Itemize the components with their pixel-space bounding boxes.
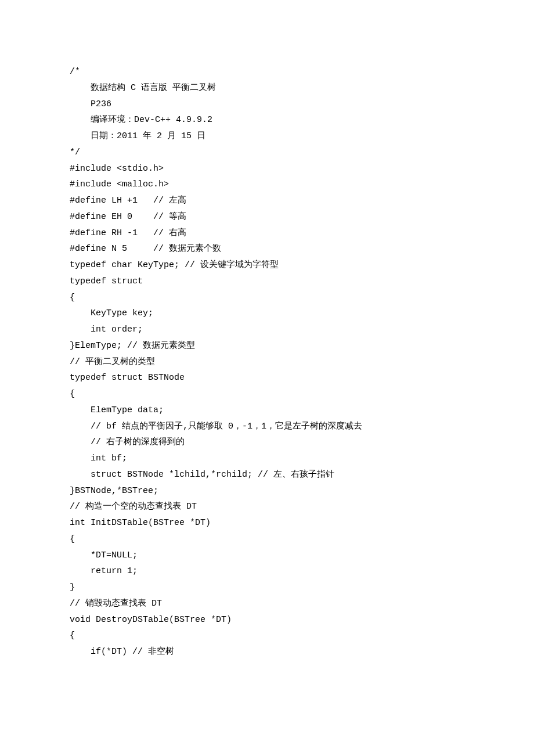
code-line: #define N 5 // 数据元素个数 <box>70 241 464 257</box>
code-line: typedef struct <box>70 273 464 290</box>
code-line: #include <stdio.h> <box>70 161 464 177</box>
code-line: return 1; <box>70 563 464 579</box>
code-line: */ <box>70 145 464 161</box>
code-line: }BSTNode,*BSTree; <box>70 483 464 499</box>
code-line: #define EH 0 // 等高 <box>70 209 464 225</box>
code-line: /* <box>70 64 464 80</box>
code-line: typedef struct BSTNode <box>70 370 464 386</box>
code-line: } <box>70 579 464 596</box>
code-line: 数据结构 C 语言版 平衡二叉树 <box>70 80 464 96</box>
code-line: // bf 结点的平衡因子,只能够取 0，-1，1，它是左子树的深度减去 <box>70 419 464 435</box>
code-line: // 平衡二叉树的类型 <box>70 354 464 370</box>
code-line: { <box>70 386 464 402</box>
code-line: { <box>70 531 464 548</box>
code-line: { <box>70 290 464 306</box>
code-line: 编译环境：Dev-C++ 4.9.9.2 <box>70 112 464 128</box>
code-line: // 构造一个空的动态查找表 DT <box>70 499 464 515</box>
code-line: P236 <box>70 96 464 113</box>
code-line: 日期：2011 年 2 月 15 日 <box>70 128 464 145</box>
code-line: #define RH -1 // 右高 <box>70 225 464 242</box>
code-line: typedef char KeyType; // 设关键字域为字符型 <box>70 257 464 273</box>
code-line: if(*DT) // 非空树 <box>70 644 464 660</box>
code-line: void DestroyDSTable(BSTree *DT) <box>70 612 464 628</box>
code-line: int InitDSTable(BSTree *DT) <box>70 515 464 531</box>
code-line: ElemType data; <box>70 402 464 419</box>
code-line: *DT=NULL; <box>70 548 464 564</box>
code-line: KeyType key; <box>70 305 464 322</box>
code-line: #include <malloc.h> <box>70 177 464 193</box>
code-line: struct BSTNode *lchild,*rchild; // 左、右孩子… <box>70 467 464 483</box>
code-line: // 右子树的深度得到的 <box>70 434 464 451</box>
code-line: int bf; <box>70 451 464 467</box>
code-line: // 销毁动态查找表 DT <box>70 596 464 612</box>
document-page: /* 数据结构 C 语言版 平衡二叉树 P236 编译环境：Dev-C++ 4.… <box>0 0 534 756</box>
code-line: #define LH +1 // 左高 <box>70 193 464 209</box>
code-line: int order; <box>70 322 464 338</box>
code-line: }ElemType; // 数据元素类型 <box>70 338 464 354</box>
code-block: /* 数据结构 C 语言版 平衡二叉树 P236 编译环境：Dev-C++ 4.… <box>70 64 464 660</box>
code-line: { <box>70 628 464 644</box>
